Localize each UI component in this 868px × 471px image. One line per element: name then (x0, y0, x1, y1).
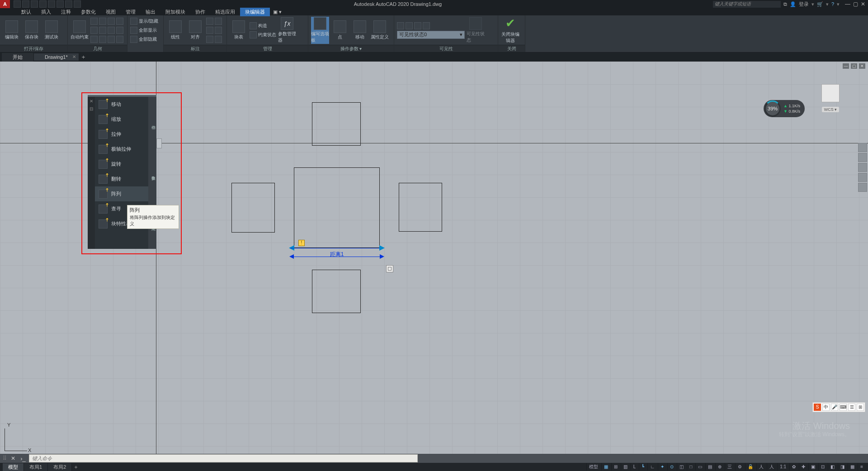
constraint-icon[interactable] (116, 18, 123, 25)
palette-pin-icon[interactable]: ⊟ (90, 106, 93, 111)
file-tab-drawing1[interactable]: Drawing1*✕ (34, 53, 79, 61)
ime-lang-icon[interactable]: 中 (822, 404, 830, 411)
vp-restore-icon[interactable]: ▢ (851, 63, 857, 69)
panel-visibility-label[interactable]: 可见性 (394, 45, 498, 52)
palette-title-strip[interactable]: ✕ ⊟ (88, 97, 95, 249)
qat-save-icon[interactable] (31, 0, 38, 8)
ime-keyboard-icon[interactable]: ⌨ (840, 404, 847, 411)
close-tab-icon[interactable]: ✕ (72, 54, 76, 59)
attdef-button[interactable]: 属性定义 (371, 17, 389, 44)
sb-a-icon[interactable]: ▣ (808, 463, 817, 471)
nav-zoom-icon[interactable] (858, 163, 867, 172)
ime-logo-icon[interactable]: S (814, 404, 821, 411)
sb-grid-icon[interactable]: ▦ (601, 463, 610, 471)
ucs-icon[interactable]: Y X (5, 424, 32, 451)
vp-minimize-icon[interactable]: — (843, 63, 849, 69)
tab-express[interactable]: 精选应用 (210, 8, 240, 16)
palette-tab-actions[interactable]: 动作 (148, 97, 156, 147)
point-param-button[interactable]: 点 (331, 17, 349, 44)
constraint-icon[interactable] (90, 36, 98, 43)
sb-iso-icon[interactable]: ∟ (647, 463, 657, 471)
qat-open-icon[interactable] (22, 0, 29, 8)
palette-item-polar-stretch[interactable]: 极轴拉伸 (95, 142, 148, 157)
layout-tab-1[interactable]: 布局1 (24, 463, 48, 471)
cmdline-close-icon[interactable]: ✕ (9, 455, 17, 461)
qat-plot-icon[interactable] (48, 0, 55, 8)
sb-anno-icon[interactable]: 人 (756, 463, 766, 471)
a360-icon[interactable]: ⧉ (783, 1, 787, 7)
dim-b-icon[interactable] (215, 18, 222, 25)
sb-infer-icon[interactable]: ▥ (621, 463, 630, 471)
palette-item-scale[interactable]: 缩放 (95, 112, 148, 127)
tab-expand-icon[interactable]: ▣ ▾ (270, 8, 285, 16)
sb-custom-icon[interactable]: ≡ (858, 463, 865, 471)
sb-anno2-icon[interactable]: 人 (767, 463, 776, 471)
sb-qp-icon[interactable]: 三 (725, 463, 734, 471)
constraint-icon[interactable] (116, 27, 123, 34)
dim-a-icon[interactable] (206, 18, 213, 25)
tab-output[interactable]: 输出 (141, 8, 160, 16)
constraint-icon[interactable] (108, 18, 115, 25)
constraint-icon[interactable] (99, 18, 106, 25)
tab-addins[interactable]: 附加模块 (160, 8, 190, 16)
vis-a-icon[interactable] (397, 22, 404, 29)
hide-all-button[interactable]: 全部隐藏 (130, 35, 158, 43)
visibility-state-dropdown[interactable]: 可见性状态0▾ (397, 31, 465, 39)
tab-block-editor[interactable]: 块编辑器 (240, 8, 270, 16)
auto-constrain-button[interactable]: 自动约束 (71, 17, 89, 44)
qat-undo-icon[interactable] (57, 0, 64, 8)
dim-f-icon[interactable] (215, 36, 222, 43)
panel-dimension-label[interactable]: 标注 (164, 45, 226, 52)
sb-scale[interactable]: 1:1 (777, 463, 788, 471)
palette-item-flip[interactable]: 翻转 (95, 171, 148, 186)
cmdline-history-icon[interactable]: ›_ (17, 455, 29, 462)
palette-close-icon[interactable]: ✕ (90, 99, 93, 104)
sb-plus-icon[interactable]: ✚ (799, 463, 807, 471)
drawing-rect[interactable] (294, 167, 380, 248)
qat-new-icon[interactable] (14, 0, 21, 8)
sb-polar-icon[interactable]: ┗ (639, 463, 646, 471)
tab-default[interactable]: 默认 (16, 8, 36, 16)
dim-e-icon[interactable] (206, 36, 213, 43)
vis-c-icon[interactable] (414, 22, 421, 29)
drawing-rect[interactable] (231, 183, 275, 233)
block-table-button[interactable]: 块表 (230, 17, 248, 44)
drawing-rect[interactable] (312, 270, 361, 313)
sb-transp-icon[interactable]: □ (687, 463, 694, 471)
move-action-button[interactable]: 移动 (351, 17, 369, 44)
viewcube[interactable]: WCS ▾ (806, 71, 855, 138)
file-tab-start[interactable]: 开始 (2, 53, 34, 62)
sb-ws-icon[interactable]: ✿ (789, 463, 798, 471)
constraint-icon[interactable] (108, 27, 115, 34)
dimension-text[interactable]: 距离1 (330, 251, 344, 258)
palette-tab-paramsets[interactable]: 参数集 (148, 147, 156, 198)
palette-item-stretch[interactable]: 拉伸 (95, 127, 148, 142)
constraint-state-button[interactable]: 约束状态 (250, 31, 276, 39)
dim-c-icon[interactable] (206, 27, 213, 34)
tab-collab[interactable]: 协作 (190, 8, 210, 16)
panel-manage-label[interactable]: 管理 (227, 45, 308, 52)
linear-dimension[interactable]: 距离1 (290, 243, 383, 261)
ime-voice-icon[interactable]: 🎤 (831, 404, 838, 411)
edit-block-button[interactable]: 编辑块 (3, 17, 21, 44)
aligned-dim-button[interactable]: 对齐 (186, 17, 204, 44)
help-icon[interactable]: ? (831, 1, 834, 7)
sb-model[interactable]: 模型 (586, 463, 600, 471)
qat-redo-icon[interactable] (65, 0, 72, 8)
save-block-button[interactable]: 保存块 (23, 17, 41, 44)
login-link[interactable]: 登录 (799, 1, 809, 8)
sb-c-icon[interactable]: ◧ (828, 463, 837, 471)
show-hide-button[interactable]: 显示/隐藏 (130, 17, 158, 25)
sb-lock-icon[interactable]: 🔓 (745, 463, 755, 471)
vis-b-icon[interactable] (406, 22, 413, 29)
sb-e-icon[interactable]: ▦ (848, 463, 857, 471)
palette-item-rotate[interactable]: 旋转 (95, 157, 148, 171)
tab-annotate[interactable]: 注释 (56, 8, 76, 16)
constraint-icon[interactable] (99, 36, 106, 43)
tab-manage[interactable]: 管理 (121, 8, 141, 16)
infocenter-search[interactable]: 键入关键字或短语 (713, 1, 781, 8)
ime-grid-icon[interactable]: ⊞ (857, 404, 864, 411)
constraint-icon[interactable] (108, 36, 115, 43)
add-file-tab-icon[interactable]: ＋ (79, 53, 88, 61)
sb-osnap-icon[interactable]: ⊙ (667, 463, 676, 471)
